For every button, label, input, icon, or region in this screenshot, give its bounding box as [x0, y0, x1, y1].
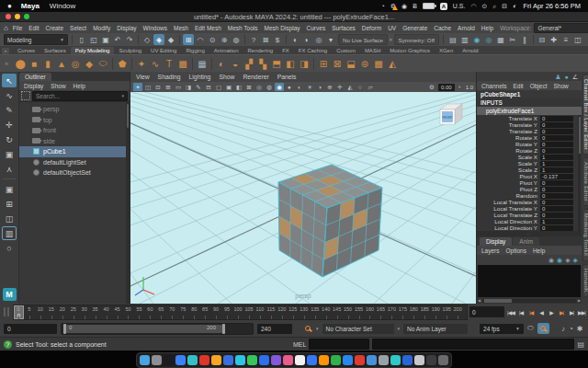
- selection-filter-icon[interactable]: [21, 91, 30, 100]
- layout-single-pane[interactable]: ▣: [2, 182, 17, 196]
- range-slider-track[interactable]: 0 200: [61, 323, 254, 335]
- dock-icon-13[interactable]: [283, 355, 293, 365]
- outliner-item-side[interactable]: side: [19, 136, 130, 147]
- mac-menu-window[interactable]: Window: [50, 2, 75, 10]
- channel-input-node[interactable]: polyExtrudeFace1: [477, 107, 582, 115]
- dock-icon-7[interactable]: [211, 355, 221, 365]
- channel-attr-label[interactable]: Rotate Z: [477, 147, 540, 154]
- exposure-field[interactable]: 0.00: [438, 84, 455, 91]
- channel-attr-label[interactable]: Translate Z: [477, 128, 540, 134]
- open-render-view[interactable]: ▥: [459, 34, 470, 45]
- bevel[interactable]: ◧: [284, 57, 297, 71]
- dock-icon-22[interactable]: [390, 355, 401, 365]
- outliner-menu-show[interactable]: Show: [51, 83, 65, 89]
- save-scene[interactable]: ▣: [100, 34, 111, 45]
- poly-disc[interactable]: ⬭: [96, 57, 109, 71]
- bookmarks[interactable]: ⊞: [164, 83, 173, 91]
- menu-uv[interactable]: UV: [388, 25, 396, 31]
- sound-icon[interactable]: ♪: [561, 325, 565, 333]
- open-scene[interactable]: ◱: [88, 34, 99, 45]
- target-weld[interactable]: ⊠: [331, 57, 344, 71]
- poly-sphere[interactable]: ⬤: [14, 57, 27, 71]
- wireframe-mode[interactable]: ◉: [275, 83, 284, 91]
- lighting-mode[interactable]: ☀: [305, 83, 314, 91]
- shelf-tab-fx[interactable]: FX: [277, 47, 294, 54]
- menu-generate[interactable]: Generate: [402, 25, 427, 31]
- apple-logo[interactable]: ●: [7, 2, 12, 10]
- channel-attr-label[interactable]: Local Direction X: [477, 218, 540, 224]
- go-to-start[interactable]: |◀◀: [506, 306, 515, 317]
- channel-attr-label[interactable]: Local Translate Z: [477, 212, 540, 218]
- play-forwards[interactable]: ▶: [547, 306, 556, 317]
- gamma-icon[interactable]: ◔: [455, 83, 464, 91]
- channel-attr-label[interactable]: Rotate Y: [477, 141, 540, 147]
- outliner-item-pcube1[interactable]: pCube1: [19, 146, 130, 157]
- viewport-canvas[interactable]: FRONT persp: [130, 92, 476, 304]
- poly-cylinder[interactable]: ▮: [41, 57, 54, 71]
- channel-attr-label[interactable]: Pivot X: [477, 173, 540, 179]
- dock-icon-17[interactable]: [331, 355, 341, 365]
- bluetooth-icon[interactable]: Ƀ: [413, 3, 417, 9]
- timeline-ruler[interactable]: 0 05101520253035404550556065707580859095…: [13, 305, 468, 320]
- display-icon[interactable]: ⊟: [502, 3, 507, 9]
- grease-pencil[interactable]: ✎: [194, 83, 203, 91]
- play-backwards[interactable]: ◀: [537, 306, 546, 317]
- select-tool[interactable]: ↖: [2, 74, 17, 87]
- channel-attr-label[interactable]: Translate Y: [477, 121, 540, 128]
- viewport-menu-view[interactable]: View: [136, 74, 150, 80]
- workspace-selector[interactable]: General*▼: [534, 23, 588, 33]
- ipr-render[interactable]: ◎: [483, 34, 494, 45]
- layer-empty-icon[interactable]: ◈: [565, 257, 570, 264]
- outliner-item-defaultobjectset[interactable]: defaultObjectSet: [19, 167, 130, 178]
- dock-icon-2[interactable]: [152, 355, 162, 365]
- layout-four-pane[interactable]: ⊞: [2, 197, 17, 211]
- shelf-tab-uv-editing[interactable]: UV Editing: [146, 47, 181, 54]
- viewport-menu-show[interactable]: Show: [219, 74, 234, 80]
- animation-start-field[interactable]: 0: [4, 324, 57, 334]
- channel-attr-label[interactable]: Pivot Y: [477, 179, 540, 186]
- dock-icon-9[interactable]: [235, 355, 245, 365]
- channel-attr-value[interactable]: 0: [540, 180, 573, 186]
- sweep-mesh[interactable]: ∿: [149, 57, 162, 71]
- menu-select[interactable]: Select: [70, 25, 86, 31]
- extrude[interactable]: ⬒: [270, 57, 283, 71]
- go-to-end[interactable]: ▶▶|: [577, 306, 586, 317]
- render-settings[interactable]: ▦: [495, 34, 506, 45]
- shelf-tab-mash[interactable]: MASH: [360, 47, 385, 54]
- boolean-union[interactable]: ◐: [215, 57, 228, 71]
- crease-set[interactable]: ◭: [386, 57, 399, 71]
- input-source-icon[interactable]: A: [440, 3, 447, 10]
- shelf-tab-sculpting[interactable]: Sculpting: [114, 47, 146, 54]
- grid-toggle[interactable]: ⊟: [204, 83, 213, 91]
- dock-icon-3[interactable]: [164, 355, 174, 365]
- select-camera[interactable]: ⌖: [133, 83, 142, 91]
- quad-draw[interactable]: ⊞: [317, 57, 330, 71]
- lock-camera[interactable]: ◫: [143, 83, 153, 91]
- channel-attr-label[interactable]: Scale Z: [477, 167, 540, 173]
- paint-select-tool[interactable]: ✎: [2, 103, 17, 117]
- channel-attr-label[interactable]: Translate X: [477, 115, 540, 121]
- textured-mode[interactable]: ◐: [295, 83, 304, 91]
- screen-space-ao[interactable]: ⊕: [325, 83, 334, 91]
- fps-selector[interactable]: 24 fps▼: [480, 324, 524, 334]
- viewport-menu-renderer[interactable]: Renderer: [243, 74, 268, 80]
- gate-mask[interactable]: ◧: [234, 83, 243, 91]
- channel-attr-value[interactable]: 0: [540, 142, 573, 147]
- loop-mode-icon[interactable]: ⬭: [527, 324, 534, 333]
- channel-attr-label[interactable]: Scale X: [477, 154, 540, 160]
- channel-box-scrollbar[interactable]: [578, 115, 581, 231]
- outliner-menu-display[interactable]: Display: [24, 83, 43, 89]
- outliner-item-defaultlightset[interactable]: defaultLightSet: [19, 157, 130, 168]
- siri-icon[interactable]: ◐: [513, 3, 516, 9]
- viewport-menu-shading[interactable]: Shading: [158, 74, 181, 80]
- channel-menu-channels[interactable]: Channels: [481, 83, 506, 89]
- dock-icon-4[interactable]: [175, 355, 186, 365]
- camera-attributes[interactable]: ⊡: [153, 83, 163, 91]
- dock-icon-6[interactable]: [199, 355, 209, 365]
- snap-to-grid[interactable]: ⊞: [183, 34, 194, 45]
- mel-toggle[interactable]: MEL: [293, 341, 306, 348]
- channel-node-name[interactable]: pCubeShape1: [477, 90, 582, 98]
- lasso-tool[interactable]: ∿: [2, 88, 17, 102]
- film-gate[interactable]: ▢: [214, 83, 223, 91]
- sidebar-tab-humanik[interactable]: HumanIK: [582, 264, 588, 297]
